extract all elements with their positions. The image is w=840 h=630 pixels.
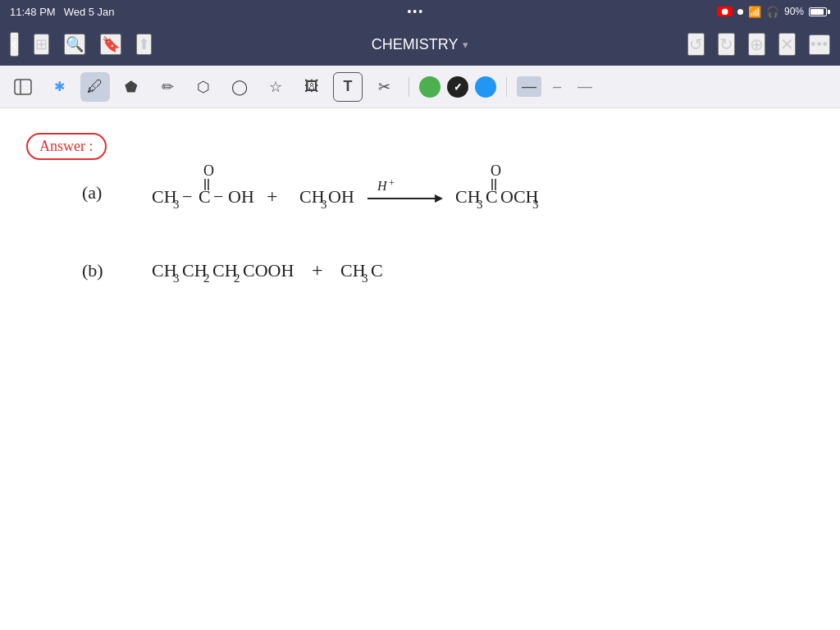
redo-button[interactable]: ↻ [718, 33, 735, 56]
svg-text:+: + [312, 259, 323, 281]
date-display: Wed 5 Jan [64, 6, 115, 18]
svg-text:3: 3 [173, 198, 180, 211]
title-chevron[interactable]: ▾ [463, 39, 468, 51]
part-a-label: (a) [82, 182, 102, 203]
svg-text:2: 2 [234, 272, 240, 285]
status-left: 11:48 PM Wed 5 Jan [10, 6, 115, 18]
pen-button[interactable]: 🖊 [80, 72, 110, 102]
dot1: ••• [407, 5, 424, 18]
svg-rect-0 [15, 80, 31, 94]
dash-style-2-button[interactable]: – [548, 76, 566, 97]
part-b-label: (b) [82, 260, 103, 281]
svg-text:3: 3 [477, 198, 483, 211]
svg-text:O: O [491, 162, 501, 179]
toolbar-separator-2 [506, 77, 507, 97]
svg-text:3: 3 [321, 198, 327, 211]
nav-center: CHEMISTRY ▾ [372, 36, 468, 53]
toolbar-separator-1 [409, 77, 409, 97]
add-button[interactable]: ⊕ [748, 33, 765, 56]
chemistry-svg: (a) CH 3 − C O − OH + CH 3 OH H + CH [0, 108, 840, 630]
eraser-button[interactable]: ⬟ [116, 72, 146, 102]
more-button[interactable]: ••• [809, 34, 830, 55]
battery-icon [809, 7, 830, 16]
svg-text:C: C [371, 260, 383, 281]
image-button[interactable]: 🖼 [297, 72, 326, 102]
svg-text:COOH: COOH [243, 260, 294, 281]
star-button[interactable]: ☆ [261, 72, 290, 102]
status-center: ••• [407, 5, 424, 18]
dash-style-3-button[interactable]: — [573, 76, 597, 97]
svg-text:3: 3 [532, 198, 539, 211]
svg-text:+: + [389, 177, 395, 189]
text-button[interactable]: T [333, 72, 363, 102]
scissors-button[interactable]: ✂ [369, 72, 399, 102]
highlighter-button[interactable]: ✏ [153, 72, 182, 102]
grid-button[interactable]: ⊞ [34, 34, 49, 55]
svg-text:OH: OH [228, 186, 254, 207]
color-black-button[interactable]: ✓ [447, 76, 468, 98]
svg-text:OH: OH [328, 186, 354, 207]
color-blue-button[interactable] [475, 76, 496, 98]
svg-marker-18 [435, 194, 443, 203]
svg-text:3: 3 [362, 272, 368, 285]
svg-text:2: 2 [203, 272, 210, 285]
share-button[interactable]: ⬆ [136, 34, 152, 55]
undo-button[interactable]: ↺ [687, 33, 705, 56]
page-title: CHEMISTRY [372, 36, 459, 53]
status-right: ⏺ 📶 🎧 90% [717, 6, 830, 18]
close-button[interactable]: ✕ [778, 33, 796, 56]
svg-text:3: 3 [173, 272, 180, 285]
wifi-dot [737, 9, 743, 15]
bluetooth-button[interactable]: ✱ [44, 72, 74, 102]
battery-percent: 90% [784, 6, 804, 17]
svg-text:−: − [182, 186, 192, 207]
back-button[interactable]: ‹ [10, 32, 19, 57]
search-button[interactable]: 🔍 [64, 34, 85, 55]
record-indicator: ⏺ [717, 7, 733, 16]
dash-style-1-button[interactable]: — [517, 76, 541, 97]
time-display: 11:48 PM [10, 6, 56, 18]
toolbar: ✱ 🖊 ⬟ ✏ ⬡ ◯ ☆ 🖼 T ✂ ✓ — – — [0, 66, 840, 108]
svg-text:−: − [213, 186, 223, 207]
nav-bar: ‹ ⊞ 🔍 🔖 ⬆ CHEMISTRY ▾ ↺ ↻ ⊕ ✕ ••• [0, 23, 840, 66]
canvas-area[interactable]: Answer : (a) CH 3 − C O − OH + CH 3 OH H… [0, 108, 840, 630]
color-green-button[interactable] [419, 76, 441, 98]
nav-right: ↺ ↻ ⊕ ✕ ••• [687, 33, 830, 56]
sidebar-icon [14, 79, 32, 95]
nav-left: ‹ ⊞ 🔍 🔖 ⬆ [10, 32, 152, 57]
svg-text:+: + [267, 185, 278, 207]
wifi-icon: 📶 [748, 6, 761, 18]
svg-text:H: H [377, 179, 388, 193]
svg-text:O: O [203, 162, 214, 179]
lasso-button[interactable]: ◯ [225, 72, 254, 102]
status-bar: 11:48 PM Wed 5 Jan ••• ⏺ 📶 🎧 90% [0, 0, 840, 23]
headphone-icon: 🎧 [766, 6, 779, 18]
sidebar-toggle-button[interactable] [8, 72, 38, 102]
bookmark-button[interactable]: 🔖 [100, 34, 121, 55]
select-button[interactable]: ⬡ [189, 72, 218, 102]
